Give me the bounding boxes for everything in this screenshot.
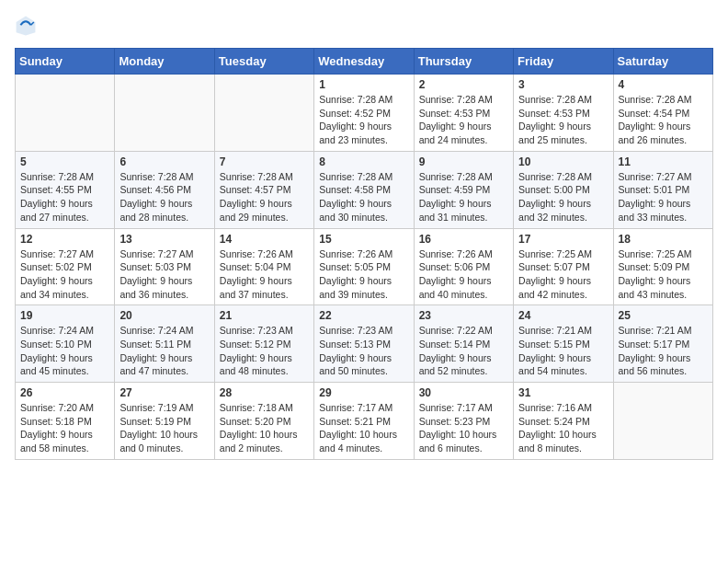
day-number: 30 bbox=[419, 386, 508, 399]
calendar-week-row: 19Sunrise: 7:24 AM Sunset: 5:10 PM Dayli… bbox=[16, 305, 713, 383]
day-of-week-header: Friday bbox=[514, 49, 613, 75]
logo bbox=[15, 15, 40, 37]
day-info: Sunrise: 7:28 AM Sunset: 4:56 PM Dayligh… bbox=[119, 170, 209, 224]
day-number: 14 bbox=[220, 233, 309, 246]
calendar-week-row: 12Sunrise: 7:27 AM Sunset: 5:02 PM Dayli… bbox=[16, 228, 713, 305]
day-info: Sunrise: 7:26 AM Sunset: 5:06 PM Dayligh… bbox=[419, 247, 508, 302]
calendar-cell: 7Sunrise: 7:28 AM Sunset: 4:57 PM Daylig… bbox=[214, 151, 313, 228]
calendar-cell: 16Sunrise: 7:26 AM Sunset: 5:06 PM Dayli… bbox=[414, 228, 513, 305]
day-number: 4 bbox=[619, 78, 708, 91]
day-info: Sunrise: 7:25 AM Sunset: 5:09 PM Dayligh… bbox=[619, 247, 708, 302]
day-info: Sunrise: 7:27 AM Sunset: 5:03 PM Dayligh… bbox=[119, 247, 209, 302]
day-number: 28 bbox=[220, 386, 309, 399]
calendar-cell: 30Sunrise: 7:17 AM Sunset: 5:23 PM Dayli… bbox=[414, 383, 513, 460]
calendar-cell: 3Sunrise: 7:28 AM Sunset: 4:53 PM Daylig… bbox=[514, 75, 613, 152]
day-number: 18 bbox=[619, 233, 708, 246]
calendar-cell: 2Sunrise: 7:28 AM Sunset: 4:53 PM Daylig… bbox=[414, 75, 513, 152]
day-number: 19 bbox=[20, 309, 109, 322]
day-number: 12 bbox=[20, 233, 109, 246]
day-info: Sunrise: 7:21 AM Sunset: 5:15 PM Dayligh… bbox=[518, 324, 608, 378]
day-info: Sunrise: 7:28 AM Sunset: 4:55 PM Dayligh… bbox=[20, 170, 109, 224]
day-info: Sunrise: 7:28 AM Sunset: 4:54 PM Dayligh… bbox=[619, 93, 708, 147]
day-info: Sunrise: 7:25 AM Sunset: 5:07 PM Dayligh… bbox=[518, 247, 608, 302]
day-info: Sunrise: 7:24 AM Sunset: 5:10 PM Dayligh… bbox=[20, 324, 109, 378]
day-number: 11 bbox=[619, 155, 708, 168]
day-number: 15 bbox=[319, 233, 408, 246]
day-info: Sunrise: 7:26 AM Sunset: 5:04 PM Dayligh… bbox=[220, 247, 309, 302]
calendar-cell bbox=[16, 75, 115, 152]
calendar-cell: 13Sunrise: 7:27 AM Sunset: 5:03 PM Dayli… bbox=[115, 228, 214, 305]
day-info: Sunrise: 7:18 AM Sunset: 5:20 PM Dayligh… bbox=[220, 401, 309, 455]
calendar-cell: 9Sunrise: 7:28 AM Sunset: 4:59 PM Daylig… bbox=[414, 151, 513, 228]
day-number: 6 bbox=[119, 155, 209, 168]
day-number: 7 bbox=[220, 155, 309, 168]
day-number: 5 bbox=[20, 155, 109, 168]
day-number: 25 bbox=[619, 309, 708, 322]
calendar-cell: 18Sunrise: 7:25 AM Sunset: 5:09 PM Dayli… bbox=[613, 228, 712, 305]
calendar-cell: 21Sunrise: 7:23 AM Sunset: 5:12 PM Dayli… bbox=[214, 305, 313, 383]
calendar-cell bbox=[613, 383, 712, 460]
calendar-cell: 29Sunrise: 7:17 AM Sunset: 5:21 PM Dayli… bbox=[314, 383, 414, 460]
day-info: Sunrise: 7:28 AM Sunset: 4:53 PM Dayligh… bbox=[518, 93, 608, 147]
day-info: Sunrise: 7:28 AM Sunset: 5:00 PM Dayligh… bbox=[518, 170, 608, 224]
logo-icon bbox=[15, 15, 37, 37]
calendar-cell: 6Sunrise: 7:28 AM Sunset: 4:56 PM Daylig… bbox=[115, 151, 214, 228]
day-info: Sunrise: 7:28 AM Sunset: 4:58 PM Dayligh… bbox=[319, 170, 408, 224]
day-number: 29 bbox=[319, 386, 408, 399]
calendar-cell: 22Sunrise: 7:23 AM Sunset: 5:13 PM Dayli… bbox=[314, 305, 414, 383]
day-number: 10 bbox=[518, 155, 608, 168]
calendar-cell: 20Sunrise: 7:24 AM Sunset: 5:11 PM Dayli… bbox=[115, 305, 214, 383]
day-number: 13 bbox=[119, 233, 209, 246]
day-info: Sunrise: 7:28 AM Sunset: 4:57 PM Dayligh… bbox=[220, 170, 309, 224]
day-of-week-header: Tuesday bbox=[214, 49, 313, 75]
day-number: 16 bbox=[419, 233, 508, 246]
calendar-cell bbox=[115, 75, 214, 152]
day-info: Sunrise: 7:28 AM Sunset: 4:52 PM Dayligh… bbox=[319, 93, 408, 147]
calendar-cell: 19Sunrise: 7:24 AM Sunset: 5:10 PM Dayli… bbox=[16, 305, 115, 383]
calendar-cell: 1Sunrise: 7:28 AM Sunset: 4:52 PM Daylig… bbox=[314, 75, 414, 152]
calendar-cell: 25Sunrise: 7:21 AM Sunset: 5:17 PM Dayli… bbox=[613, 305, 712, 383]
calendar-cell: 26Sunrise: 7:20 AM Sunset: 5:18 PM Dayli… bbox=[16, 383, 115, 460]
day-info: Sunrise: 7:17 AM Sunset: 5:21 PM Dayligh… bbox=[319, 401, 408, 455]
day-info: Sunrise: 7:28 AM Sunset: 4:53 PM Dayligh… bbox=[419, 93, 508, 147]
calendar-cell: 24Sunrise: 7:21 AM Sunset: 5:15 PM Dayli… bbox=[514, 305, 613, 383]
day-info: Sunrise: 7:27 AM Sunset: 5:01 PM Dayligh… bbox=[619, 170, 708, 224]
day-number: 26 bbox=[20, 386, 109, 399]
day-of-week-header: Monday bbox=[115, 49, 214, 75]
day-number: 22 bbox=[319, 309, 408, 322]
page-header bbox=[15, 15, 713, 37]
calendar-cell: 12Sunrise: 7:27 AM Sunset: 5:02 PM Dayli… bbox=[16, 228, 115, 305]
day-info: Sunrise: 7:16 AM Sunset: 5:24 PM Dayligh… bbox=[518, 401, 608, 455]
calendar-cell: 10Sunrise: 7:28 AM Sunset: 5:00 PM Dayli… bbox=[514, 151, 613, 228]
calendar-week-row: 26Sunrise: 7:20 AM Sunset: 5:18 PM Dayli… bbox=[16, 383, 713, 460]
day-number: 3 bbox=[518, 78, 608, 91]
day-of-week-header: Sunday bbox=[16, 49, 115, 75]
day-number: 1 bbox=[319, 78, 408, 91]
calendar-cell: 4Sunrise: 7:28 AM Sunset: 4:54 PM Daylig… bbox=[613, 75, 712, 152]
day-number: 23 bbox=[419, 309, 508, 322]
calendar-cell: 8Sunrise: 7:28 AM Sunset: 4:58 PM Daylig… bbox=[314, 151, 414, 228]
day-info: Sunrise: 7:28 AM Sunset: 4:59 PM Dayligh… bbox=[419, 170, 508, 224]
day-number: 20 bbox=[119, 309, 209, 322]
day-number: 9 bbox=[419, 155, 508, 168]
day-of-week-header: Thursday bbox=[414, 49, 513, 75]
day-number: 24 bbox=[518, 309, 608, 322]
calendar-cell: 14Sunrise: 7:26 AM Sunset: 5:04 PM Dayli… bbox=[214, 228, 313, 305]
day-info: Sunrise: 7:20 AM Sunset: 5:18 PM Dayligh… bbox=[20, 401, 109, 455]
svg-marker-0 bbox=[17, 17, 36, 36]
day-info: Sunrise: 7:27 AM Sunset: 5:02 PM Dayligh… bbox=[20, 247, 109, 302]
calendar-table: SundayMondayTuesdayWednesdayThursdayFrid… bbox=[15, 48, 713, 460]
day-info: Sunrise: 7:22 AM Sunset: 5:14 PM Dayligh… bbox=[419, 324, 508, 378]
day-number: 21 bbox=[220, 309, 309, 322]
day-info: Sunrise: 7:26 AM Sunset: 5:05 PM Dayligh… bbox=[319, 247, 408, 302]
calendar-cell: 17Sunrise: 7:25 AM Sunset: 5:07 PM Dayli… bbox=[514, 228, 613, 305]
calendar-cell: 28Sunrise: 7:18 AM Sunset: 5:20 PM Dayli… bbox=[214, 383, 313, 460]
day-info: Sunrise: 7:17 AM Sunset: 5:23 PM Dayligh… bbox=[419, 401, 508, 455]
day-number: 17 bbox=[518, 233, 608, 246]
day-number: 31 bbox=[518, 386, 608, 399]
day-number: 2 bbox=[419, 78, 508, 91]
calendar-cell: 15Sunrise: 7:26 AM Sunset: 5:05 PM Dayli… bbox=[314, 228, 414, 305]
calendar-cell: 11Sunrise: 7:27 AM Sunset: 5:01 PM Dayli… bbox=[613, 151, 712, 228]
day-info: Sunrise: 7:24 AM Sunset: 5:11 PM Dayligh… bbox=[119, 324, 209, 378]
day-info: Sunrise: 7:21 AM Sunset: 5:17 PM Dayligh… bbox=[619, 324, 708, 378]
